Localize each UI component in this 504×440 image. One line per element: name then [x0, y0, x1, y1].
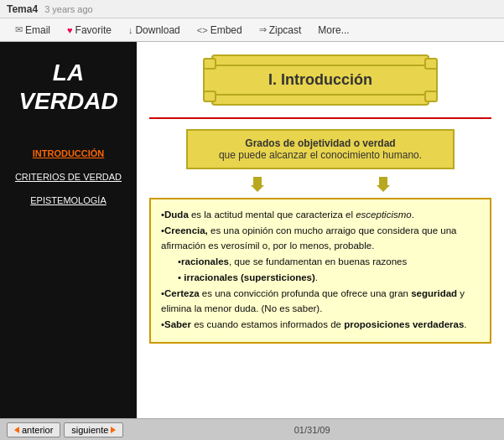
- arrow-left: [251, 177, 264, 192]
- anterior-button[interactable]: anterior: [7, 422, 60, 437]
- sidebar-item-criterios[interactable]: CRITERIOS DE VERDAD: [4, 172, 132, 182]
- email-button[interactable]: ✉ Email: [7, 22, 59, 39]
- nav-row: anterior siguiente 01/31/09: [0, 419, 504, 440]
- embed-icon: <>: [197, 25, 208, 35]
- action-bar: ✉ Email ♥ Favorite ↓ Download <> Embed ⇒…: [0, 18, 504, 42]
- scroll-top-decoration: [211, 54, 429, 66]
- red-divider: [149, 117, 491, 119]
- content-irracionales: • irracionales (supersticiones).: [161, 271, 480, 285]
- slide-title: I. Introducción: [203, 66, 438, 94]
- download-button[interactable]: ↓ Download: [120, 22, 189, 39]
- arrow-right: [377, 177, 390, 192]
- content-certeza: •Certeza es una convicción profunda que …: [161, 287, 480, 316]
- siguiente-button[interactable]: siguiente: [64, 422, 123, 437]
- arrow-decoration: [195, 177, 446, 192]
- embed-button[interactable]: <> Embed: [189, 22, 251, 39]
- content-creencia: •Creencia, es una opinión con mucho arra…: [161, 224, 480, 253]
- grados-box: Grados de objetividad o verdad que puede…: [186, 129, 455, 169]
- heart-icon: ♥: [67, 25, 73, 35]
- upload-time: 3 years ago: [44, 4, 497, 14]
- sidebar-title: LA VERDAD: [18, 59, 117, 115]
- zipcast-button[interactable]: ⇒ Zipcast: [251, 22, 310, 39]
- content-saber: •Saber es cuando estamos informados de p…: [161, 318, 480, 332]
- sidebar-nav: INTRODUCCIÓN CRITERIOS DE VERDAD EPISTEM…: [4, 148, 132, 205]
- grados-subtitle: que puede alcanzar el conocimiento human…: [219, 149, 422, 161]
- sidebar-item-introduccion[interactable]: INTRODUCCIÓN: [4, 148, 132, 158]
- presentation-title: Tema4: [7, 3, 38, 15]
- zipcast-icon: ⇒: [259, 24, 267, 35]
- favorite-button[interactable]: ♥ Favorite: [59, 22, 120, 39]
- content-racionales: •racionales, que se fundamentan en buena…: [161, 255, 480, 269]
- more-button[interactable]: More...: [309, 22, 357, 39]
- content-duda: •Duda es la actitud mental que caracteri…: [161, 208, 480, 222]
- download-icon: ↓: [128, 25, 133, 35]
- main-area: LA VERDAD INTRODUCCIÓN CRITERIOS DE VERD…: [0, 42, 504, 418]
- scroll-bottom-decoration: [211, 94, 429, 106]
- top-bar: Tema4 3 years ago: [0, 0, 504, 18]
- next-arrow-icon: [111, 427, 116, 433]
- sidebar: LA VERDAD INTRODUCCIÓN CRITERIOS DE VERD…: [0, 42, 137, 418]
- prev-arrow-icon: [14, 427, 19, 433]
- email-icon: ✉: [15, 24, 23, 35]
- slide-date-counter: 01/31/09: [127, 425, 497, 435]
- bottom-area: anterior siguiente 01/31/09 ⏮ ◀ ▶ ⏭ / 10…: [0, 418, 504, 440]
- slide-content: I. Introducción Grados de objetividad o …: [137, 42, 504, 418]
- sidebar-item-epistemologia[interactable]: EPISTEMOLOGÍA: [4, 195, 132, 205]
- content-box: •Duda es la actitud mental que caracteri…: [149, 198, 491, 344]
- grados-title: Grados de objetividad o verdad: [245, 137, 395, 149]
- slide-title-scroll: I. Introducción: [203, 54, 438, 106]
